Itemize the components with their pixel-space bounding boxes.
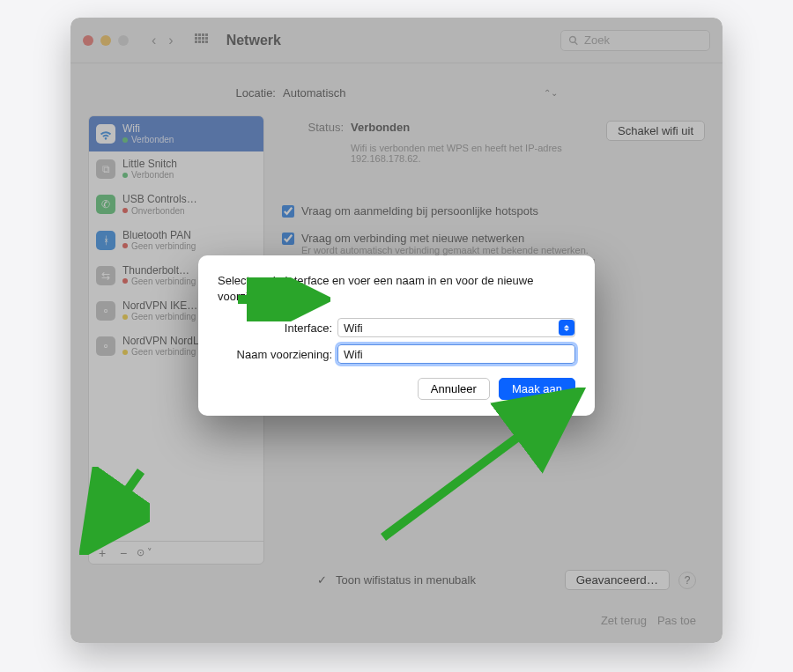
popup-arrows-icon xyxy=(559,320,574,336)
sheet-instruction: Selecteer de interface en voer een naam … xyxy=(218,273,575,304)
interface-popup[interactable]: Wifi xyxy=(337,318,575,337)
interface-value: Wifi xyxy=(344,321,363,335)
cancel-button[interactable]: Annuleer xyxy=(418,378,490,400)
interface-label: Interface: xyxy=(218,321,332,335)
new-service-sheet: Selecteer de interface en voer een naam … xyxy=(198,255,595,416)
service-name-field[interactable]: Wifi xyxy=(337,344,575,364)
service-name-value: Wifi xyxy=(344,348,363,361)
service-name-label: Naam voorziening: xyxy=(218,348,332,361)
create-button[interactable]: Maak aan xyxy=(499,378,575,400)
system-preferences-window: ‹ › Netwerk Zoek Locatie: Automatisch ⌃⌄ xyxy=(70,18,723,643)
